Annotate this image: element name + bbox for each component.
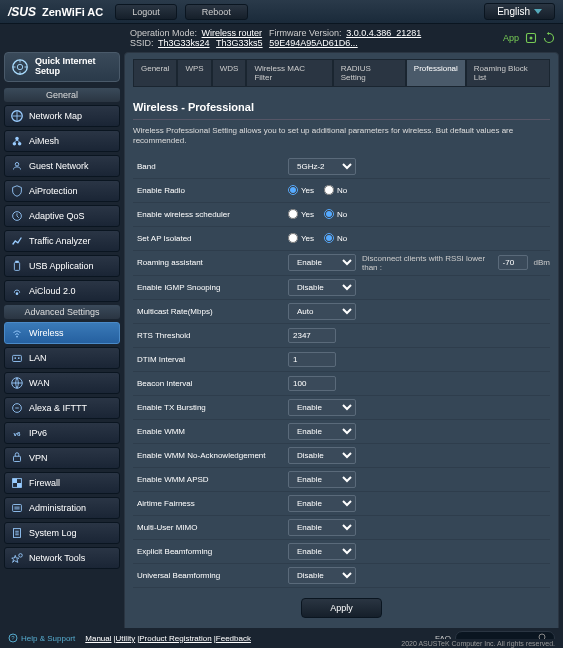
sidebar-item-aiprotection[interactable]: AiProtection — [4, 180, 120, 202]
igmp-select[interactable]: Disable — [288, 279, 356, 296]
sidebar-item-label: System Log — [29, 528, 77, 538]
airtime-select[interactable]: Enable — [288, 495, 356, 512]
dtim-input[interactable] — [288, 352, 336, 367]
sidebar-item-traffic-analyzer[interactable]: Traffic Analyzer — [4, 230, 120, 252]
tab-bar: GeneralWPSWDSWireless MAC FilterRADIUS S… — [133, 59, 550, 87]
svg-point-5 — [15, 136, 19, 140]
sidebar-item-label: AiMesh — [29, 136, 59, 146]
svg-point-15 — [14, 357, 16, 359]
sidebar-item-guest-network[interactable]: Guest Network — [4, 155, 120, 177]
tab-wps[interactable]: WPS — [177, 59, 211, 87]
tab-radius-setting[interactable]: RADIUS Setting — [333, 59, 406, 87]
wmm-noack-label: Enable WMM No-Acknowledgement — [133, 451, 288, 460]
sidebar-item-firewall[interactable]: Firewall — [4, 472, 120, 494]
mu-mimo-select[interactable]: Enable — [288, 519, 356, 536]
apply-button[interactable]: Apply — [301, 598, 382, 618]
svg-rect-23 — [17, 483, 21, 487]
quick-internet-setup[interactable]: Quick InternetSetup — [4, 52, 120, 82]
firmware-label: Firmware Version: — [269, 28, 342, 38]
roaming-rssi-input[interactable] — [498, 255, 528, 270]
sidebar-item-network-map[interactable]: Network Map — [4, 105, 120, 127]
firmware-value[interactable]: 3.0.0.4.386_21281 — [346, 28, 421, 38]
universal-bf-select[interactable]: Disable — [288, 567, 356, 584]
svg-point-3 — [17, 64, 22, 69]
tab-general[interactable]: General — [133, 59, 177, 87]
sidebar-item-administration[interactable]: Administration — [4, 497, 120, 519]
sidebar-item-label: Network Map — [29, 111, 82, 121]
nav-icon — [10, 476, 24, 490]
operation-mode-value[interactable]: Wireless router — [202, 28, 263, 38]
rts-label: RTS Threshold — [133, 331, 288, 340]
tab-wds[interactable]: WDS — [212, 59, 247, 87]
sidebar-item-usb-application[interactable]: USB Application — [4, 255, 120, 277]
svg-rect-24 — [13, 504, 22, 511]
sidebar-item-label: Guest Network — [29, 161, 89, 171]
nav-icon — [10, 401, 24, 415]
tab-professional[interactable]: Professional — [406, 59, 466, 87]
utility-link[interactable]: Utility — [116, 634, 136, 643]
product-registration-link[interactable]: Product Registration — [139, 634, 211, 643]
sidebar-item-label: VPN — [29, 453, 48, 463]
svg-point-7 — [18, 142, 22, 146]
enable-radio-yes[interactable] — [288, 185, 298, 195]
sidebar-item-wireless[interactable]: Wireless — [4, 322, 120, 344]
sidebar-item-adaptive-qos[interactable]: Adaptive QoS — [4, 205, 120, 227]
advanced-section-header: Advanced Settings — [4, 305, 120, 319]
sidebar-item-label: Adaptive QoS — [29, 211, 85, 221]
nav-icon — [10, 184, 24, 198]
sidebar-item-ipv6[interactable]: v6IPv6 — [4, 422, 120, 444]
svg-text:v6: v6 — [14, 429, 21, 436]
sidebar-item-vpn[interactable]: VPN — [4, 447, 120, 469]
notification-icon[interactable] — [525, 32, 537, 44]
ap-isolated-yes[interactable] — [288, 233, 298, 243]
nav-icon — [10, 376, 24, 390]
sidebar-item-wan[interactable]: WAN — [4, 372, 120, 394]
band-select[interactable]: 5GHz-2 — [288, 158, 356, 175]
tab-wireless-mac-filter[interactable]: Wireless MAC Filter — [246, 59, 332, 87]
help-support-link[interactable]: ?Help & Support — [8, 633, 75, 643]
multicast-select[interactable]: Auto — [288, 303, 356, 320]
language-selector[interactable]: English — [484, 3, 555, 20]
wmm-apsd-select[interactable]: Enable — [288, 471, 356, 488]
rts-input[interactable] — [288, 328, 336, 343]
sidebar-item-label: Traffic Analyzer — [29, 236, 91, 246]
explicit-bf-select[interactable]: Enable — [288, 543, 356, 560]
sidebar-item-system-log[interactable]: System Log — [4, 522, 120, 544]
sidebar-item-aimesh[interactable]: AiMesh — [4, 130, 120, 152]
wmm-select[interactable]: Enable — [288, 423, 356, 440]
sidebar-item-network-tools[interactable]: Network Tools — [4, 547, 120, 569]
enable-radio-no[interactable] — [324, 185, 334, 195]
sidebar-item-lan[interactable]: LAN — [4, 347, 120, 369]
tx-burst-select[interactable]: Enable — [288, 399, 356, 416]
app-link[interactable]: App — [503, 33, 519, 43]
manual-link[interactable]: Manual — [85, 634, 111, 643]
svg-point-26 — [19, 553, 23, 557]
sidebar-item-aicloud-2-0[interactable]: AiCloud 2.0 — [4, 280, 120, 302]
feedback-link[interactable]: Feedback — [216, 634, 251, 643]
roaming-assistant-select[interactable]: Enable — [288, 254, 356, 271]
svg-point-8 — [15, 162, 19, 166]
enable-radio-group: YesNo — [288, 185, 550, 195]
beacon-input[interactable] — [288, 376, 336, 391]
product-name: ZenWiFi AC — [42, 6, 103, 18]
refresh-icon[interactable] — [543, 32, 555, 44]
ap-isolated-no[interactable] — [324, 233, 334, 243]
tab-roaming-block-list[interactable]: Roaming Block List — [466, 59, 550, 87]
sidebar-item-alexa-ifttt[interactable]: Alexa & IFTTT — [4, 397, 120, 419]
quick-line2: Setup — [35, 66, 60, 76]
logout-button[interactable]: Logout — [115, 4, 177, 20]
svg-point-6 — [13, 142, 17, 146]
nav-icon — [10, 284, 24, 298]
tx-burst-label: Enable TX Bursting — [133, 403, 288, 412]
beacon-label: Beacon Interval — [133, 379, 288, 388]
reboot-button[interactable]: Reboot — [185, 4, 248, 20]
sidebar-item-label: AiProtection — [29, 186, 78, 196]
quick-line1: Quick Internet — [35, 56, 96, 66]
enable-scheduler-no[interactable] — [324, 209, 334, 219]
nav-icon — [10, 326, 24, 340]
wmm-noack-select[interactable]: Disable — [288, 447, 356, 464]
multicast-label: Multicast Rate(Mbps) — [133, 307, 288, 316]
enable-scheduler-yes[interactable] — [288, 209, 298, 219]
operation-mode-label: Operation Mode: — [130, 28, 197, 38]
airtime-label: Airtime Fairness — [133, 499, 288, 508]
